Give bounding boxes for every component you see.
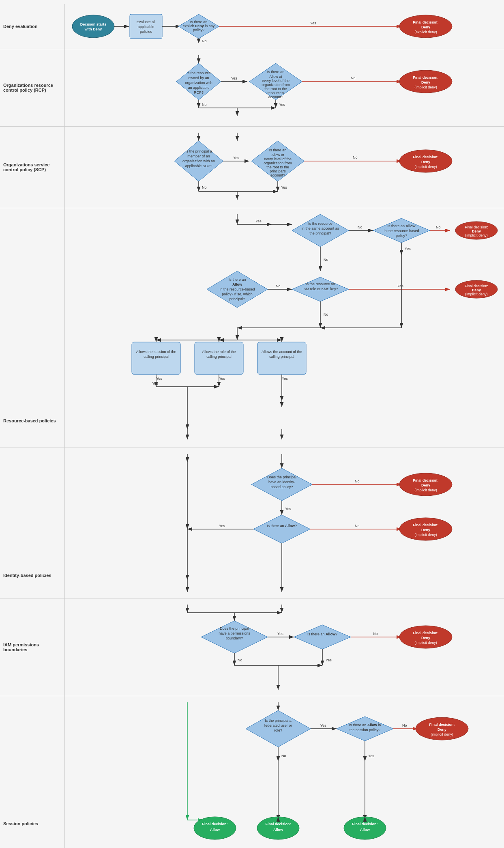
svg-text:Is the resource: Is the resource	[308, 222, 332, 226]
svg-text:Deny: Deny	[421, 636, 430, 640]
svg-text:Final decision:: Final decision:	[413, 155, 438, 159]
svg-text:policies: policies	[140, 30, 152, 34]
svg-text:Allow: Allow	[360, 828, 370, 832]
svg-text:Deny: Deny	[421, 483, 430, 487]
svg-text:Allows the role of the: Allows the role of the	[202, 350, 236, 354]
svg-text:Is the principal a: Is the principal a	[185, 149, 212, 153]
svg-text:Allow at: Allow at	[271, 153, 284, 157]
svg-text:the principal?: the principal?	[309, 231, 331, 235]
svg-text:based policy?: based policy?	[270, 485, 293, 489]
svg-text:Final decision:: Final decision:	[413, 631, 438, 635]
svg-text:Yes: Yes	[156, 377, 162, 381]
svg-text:explicit Deny in any: explicit Deny in any	[183, 24, 215, 28]
svg-text:No: No	[238, 658, 242, 662]
svg-text:organization with an: organization with an	[182, 159, 215, 163]
svg-text:Yes: Yes	[405, 247, 411, 251]
svg-text:(implicit deny): (implicit deny)	[414, 85, 437, 89]
svg-text:principal?: principal?	[229, 297, 245, 301]
iam-boundaries-diagram: Does the principal have a permissions bo…	[69, 605, 499, 690]
svg-text:Yes: Yes	[231, 76, 237, 80]
svg-text:No: No	[276, 284, 281, 288]
svg-text:Decision starts: Decision starts	[80, 22, 107, 26]
svg-text:Yes: Yes	[397, 284, 403, 288]
svg-text:Allow: Allow	[273, 828, 283, 832]
svg-text:(implicit deny): (implicit deny)	[414, 533, 437, 537]
svg-text:every level of the: every level of the	[264, 157, 292, 161]
svg-text:No: No	[324, 312, 328, 316]
svg-text:No: No	[353, 155, 358, 159]
svg-text:Yes: Yes	[152, 381, 158, 385]
svg-text:Yes: Yes	[285, 507, 291, 511]
svg-text:Yes: Yes	[368, 754, 374, 758]
svg-text:Deny: Deny	[421, 528, 430, 532]
svg-text:resource's: resource's	[267, 91, 284, 95]
svg-text:Final decision:: Final decision:	[413, 478, 438, 482]
svg-text:Yes: Yes	[281, 185, 287, 189]
resource-based-label: Resource-based policies	[0, 208, 65, 448]
svg-text:Final decision:: Final decision:	[352, 822, 377, 826]
svg-text:an applicable: an applicable	[188, 86, 209, 90]
svg-text:policy?: policy?	[193, 28, 204, 32]
svg-text:Yes: Yes	[219, 524, 225, 528]
svg-text:federated user or: federated user or	[264, 723, 292, 727]
svg-text:in the resource-based: in the resource-based	[384, 229, 419, 233]
svg-text:account?: account?	[268, 95, 283, 99]
svg-text:in the same account as: in the same account as	[302, 226, 339, 230]
svg-text:Is there an: Is there an	[269, 148, 287, 152]
svg-text:No: No	[358, 225, 362, 229]
svg-text:the session policy?: the session policy?	[350, 728, 380, 732]
scp-diagram: Is the principal a member of an organiza…	[69, 133, 499, 202]
svg-text:the root to the: the root to the	[266, 165, 289, 169]
svg-text:No: No	[202, 103, 207, 107]
resource-based-content: Yes Is the resource in the same account …	[65, 208, 504, 448]
svg-text:Is there an Allow?: Is there an Allow?	[267, 524, 297, 528]
svg-text:calling principal: calling principal	[269, 355, 294, 359]
svg-text:calling principal: calling principal	[144, 355, 169, 359]
svg-text:account?: account?	[270, 173, 285, 177]
session-policies-section: Session policies Is the principal a fede…	[0, 696, 504, 848]
svg-text:applicable SCP?: applicable SCP?	[185, 164, 212, 168]
svg-text:Is there an: Is there an	[190, 20, 208, 24]
svg-text:No: No	[202, 185, 207, 189]
deny-evaluation-section: Deny evaluation Decision starts	[0, 4, 504, 49]
svg-text:Yes: Yes	[219, 377, 225, 381]
svg-text:have a permissions: have a permissions	[219, 631, 250, 635]
svg-text:Does the principal: Does the principal	[220, 626, 249, 631]
deny-evaluation-label: Deny evaluation	[0, 4, 65, 49]
svg-text:Is the resource: Is the resource	[187, 71, 211, 75]
svg-text:Yes: Yes	[233, 156, 239, 160]
svg-text:No: No	[402, 723, 407, 727]
identity-based-label: Identity-based policies	[0, 448, 65, 598]
svg-marker-194	[294, 625, 351, 649]
svg-text:(implicit deny): (implicit deny)	[465, 292, 488, 296]
rcp-content: Is the resource owned by an organization…	[65, 49, 504, 126]
svg-text:(implicit deny): (implicit deny)	[414, 641, 437, 645]
rcp-label: Organizations resource control policy (R…	[0, 49, 65, 126]
svg-text:Final decision:: Final decision:	[413, 75, 438, 80]
session-policies-diagram: Is the principal a federated user or rol…	[69, 702, 499, 848]
svg-text:No: No	[373, 632, 378, 636]
scp-label: Organizations service control policy (SC…	[0, 127, 65, 208]
session-policies-label: Session policies	[0, 696, 65, 848]
svg-text:Allow: Allow	[210, 828, 220, 832]
svg-text:organization from: organization from	[264, 161, 292, 165]
svg-text:Final decision:: Final decision:	[465, 225, 488, 229]
deny-evaluation-content: Decision starts with Deny Evaluate all a…	[65, 4, 504, 49]
svg-text:Is there an Allow: Is there an Allow	[387, 224, 416, 228]
svg-text:the root to the: the root to the	[264, 87, 287, 91]
rcp-diagram: Is the resource owned by an organization…	[69, 55, 499, 120]
svg-text:with Deny: with Deny	[84, 27, 102, 31]
svg-text:Yes: Yes	[255, 219, 262, 223]
svg-text:Yes: Yes	[277, 632, 283, 636]
svg-text:(implicit deny): (implicit deny)	[414, 488, 437, 492]
svg-text:Yes: Yes	[282, 377, 288, 381]
svg-marker-158	[251, 468, 312, 501]
svg-text:owned by an: owned by an	[188, 76, 209, 80]
svg-text:Deny: Deny	[438, 727, 446, 732]
svg-text:Evaluate all: Evaluate all	[137, 20, 156, 24]
svg-text:policy?: policy?	[396, 234, 407, 238]
svg-text:Yes: Yes	[310, 21, 316, 25]
svg-text:RCP?: RCP?	[194, 90, 204, 95]
svg-text:No: No	[202, 39, 207, 43]
svg-text:organization from: organization from	[262, 83, 290, 87]
